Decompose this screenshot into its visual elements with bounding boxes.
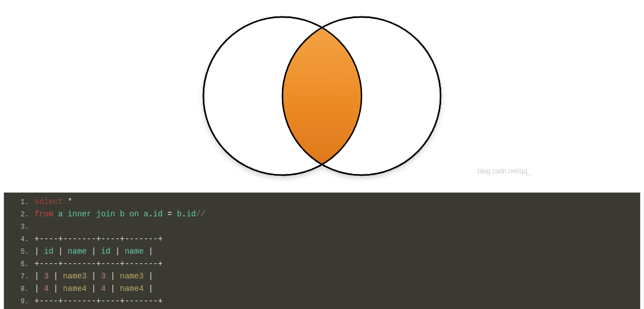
code-line: 3. [4,221,640,233]
venn-svg [181,6,463,186]
code-line: 9.+----+-------+----+-------+ [4,295,640,308]
code-content: | id | name | id | name | [34,246,153,258]
code-line: 5.| id | name | id | name | [4,246,640,258]
line-number: 7. [4,271,34,283]
line-number: 1. [4,197,34,208]
line-number: 9. [4,296,34,308]
code-content: +----+-------+----+-------+ [34,295,163,307]
code-content: select * [34,196,72,208]
code-line: 1.select * [4,196,640,208]
code-block: 1.select *2.from a inner join b on a.id … [3,192,641,309]
code-line: 6.+----+-------+----+-------+ [4,258,640,271]
code-content: | 3 | name3 | 3 | name3 | [34,271,153,282]
line-number: 2. [4,209,34,221]
line-number: 4. [4,234,34,246]
code-line: 2.from a inner join b on a.id = b.id// [4,208,640,221]
line-number: 5. [4,246,34,258]
line-number: 3. [4,221,34,233]
code-content: +----+-------+----+-------+ [34,258,163,270]
code-content: +----+-------+----+-------+ [34,233,163,245]
line-number: 6. [4,259,34,271]
code-content: from a inner join b on a.id = b.id// [34,208,206,220]
code-content: | 4 | name4 | 4 | name4 | [34,283,153,295]
line-number: 8. [4,284,34,295]
code-line: 4.+----+-------+----+-------+ [4,233,640,246]
watermark: blog.csdn.net/qq_ [477,167,531,175]
code-line: 7.| 3 | name3 | 3 | name3 | [4,271,640,283]
venn-diagram: blog.csdn.net/qq_ [0,0,644,192]
code-content [34,221,39,233]
code-line: 8.| 4 | name4 | 4 | name4 | [4,283,640,295]
